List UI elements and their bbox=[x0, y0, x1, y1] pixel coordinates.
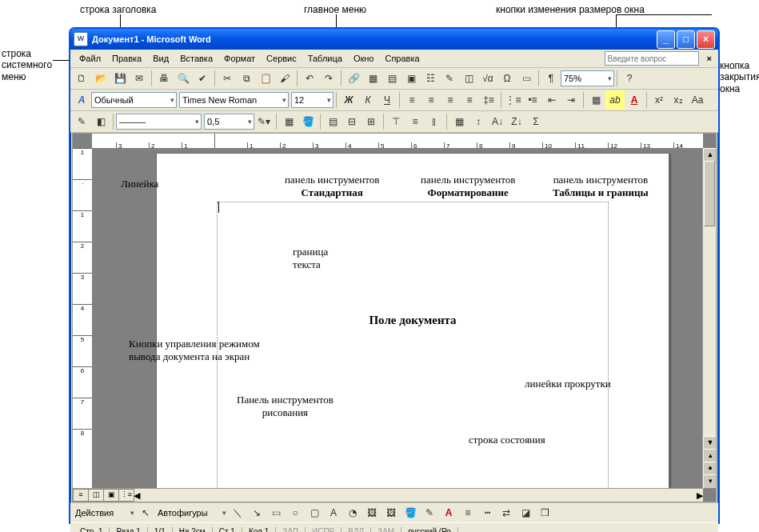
line-color-icon[interactable]: ✎ bbox=[420, 503, 439, 522]
align-left-icon[interactable]: ≡ bbox=[402, 90, 421, 110]
status-trk[interactable]: ИСПР bbox=[306, 527, 342, 533]
undo-icon[interactable]: ↶ bbox=[300, 69, 319, 88]
table-autoformat-icon[interactable]: ▦ bbox=[449, 112, 469, 131]
outside-border-icon[interactable]: ▦ bbox=[279, 112, 298, 131]
hyperlink-icon[interactable]: 🔗 bbox=[344, 69, 363, 88]
select-objects-icon[interactable]: ↖ bbox=[136, 503, 155, 522]
cut-icon[interactable]: ✂ bbox=[218, 69, 237, 88]
autoshapes-menu[interactable]: Автофигуры bbox=[155, 506, 228, 520]
menu-help[interactable]: Справка bbox=[379, 52, 425, 65]
merge-cells-icon[interactable]: ⊟ bbox=[342, 112, 362, 131]
shading-color-icon[interactable]: 🪣 bbox=[298, 112, 318, 131]
web-view-icon[interactable]: ◫ bbox=[88, 489, 104, 502]
change-case-icon[interactable]: Aa bbox=[688, 90, 707, 110]
show-all-icon[interactable]: ¶ bbox=[541, 69, 561, 88]
font-color-icon[interactable]: A bbox=[625, 90, 644, 110]
excel-icon[interactable]: ▣ bbox=[401, 69, 421, 88]
line-icon[interactable]: ＼ bbox=[228, 503, 247, 522]
rectangle-icon[interactable]: ▭ bbox=[266, 503, 286, 522]
menu-format[interactable]: Формат bbox=[218, 52, 261, 65]
format-painter-icon[interactable]: 🖌 bbox=[275, 69, 294, 88]
zoom-combo[interactable]: 75% bbox=[561, 70, 614, 86]
font-size-combo[interactable]: 12 bbox=[291, 92, 334, 108]
styles-pane-icon[interactable]: A bbox=[72, 90, 91, 110]
numbered-list-icon[interactable]: ⋮≡ bbox=[504, 90, 523, 110]
print-icon[interactable]: 🖶 bbox=[154, 69, 174, 88]
highlight-icon[interactable]: ab bbox=[605, 90, 625, 110]
menu-tools[interactable]: Сервис bbox=[261, 52, 302, 65]
draw-actions-menu[interactable]: Действия bbox=[73, 506, 136, 520]
sort-desc-icon[interactable]: Z↓ bbox=[507, 112, 526, 131]
align-top-icon[interactable]: ⊤ bbox=[386, 112, 405, 131]
doc-close-button[interactable]: × bbox=[704, 54, 715, 63]
text-direction-icon[interactable]: ↕ bbox=[469, 112, 488, 131]
fill-color-icon[interactable]: 🪣 bbox=[401, 503, 420, 522]
equation-icon[interactable]: √α bbox=[478, 69, 497, 88]
status-ovr[interactable]: ЗАМ bbox=[371, 527, 401, 533]
menu-file[interactable]: Файл bbox=[74, 52, 106, 65]
hscroll-track[interactable] bbox=[142, 490, 697, 501]
picture-icon[interactable]: 🖼 bbox=[381, 503, 401, 522]
scroll-thumb[interactable] bbox=[704, 161, 715, 226]
textbox-icon[interactable]: ▢ bbox=[305, 503, 324, 522]
paste-icon[interactable]: 📋 bbox=[256, 69, 275, 88]
titlebar[interactable]: W Документ1 - Microsoft Word _ □ × bbox=[70, 29, 718, 50]
align-right-icon[interactable]: ≡ bbox=[441, 90, 460, 110]
status-ext[interactable]: ВДЛ bbox=[342, 527, 371, 533]
justify-icon[interactable]: ≡ bbox=[460, 90, 479, 110]
menu-view[interactable]: Вид bbox=[147, 52, 174, 65]
arrow-icon[interactable]: ↘ bbox=[247, 503, 266, 522]
arrow-style-icon[interactable]: ⇄ bbox=[497, 503, 516, 522]
line-style-icon[interactable]: ≡ bbox=[458, 503, 477, 522]
bold-icon[interactable]: Ж bbox=[339, 90, 358, 110]
subscript-icon[interactable]: x₂ bbox=[669, 90, 688, 110]
distribute-rows-icon[interactable]: ≡ bbox=[405, 112, 425, 131]
line-spacing-icon[interactable]: ‡≡ bbox=[479, 90, 498, 110]
eraser-icon[interactable]: ◧ bbox=[91, 112, 110, 131]
non-printing-icon[interactable]: ▭ bbox=[517, 69, 536, 88]
mail-icon[interactable]: ✉ bbox=[130, 69, 149, 88]
tables-borders-icon[interactable]: ▦ bbox=[363, 69, 382, 88]
vertical-ruler[interactable]: 1·12345678 bbox=[73, 148, 93, 489]
border-color-icon[interactable]: ✎▾ bbox=[254, 112, 274, 131]
draw-table-icon[interactable]: ✎ bbox=[72, 112, 91, 131]
doc-map-icon[interactable]: ◫ bbox=[459, 69, 478, 88]
status-rec[interactable]: ЗАП bbox=[276, 527, 306, 533]
superscript-icon[interactable]: x² bbox=[649, 90, 669, 110]
word-doc-icon[interactable]: W bbox=[74, 32, 88, 46]
page-viewport[interactable]: Поле документа Линейка панель инструмент… bbox=[92, 148, 703, 489]
scroll-left-icon[interactable]: ◀ bbox=[134, 490, 140, 501]
status-lang[interactable]: русский (Ро bbox=[401, 527, 458, 533]
clipart-icon[interactable]: 🖼 bbox=[362, 503, 381, 522]
symbol-icon[interactable]: Ω bbox=[497, 69, 517, 88]
redo-icon[interactable]: ↷ bbox=[319, 69, 338, 88]
open-icon[interactable]: 📂 bbox=[91, 69, 110, 88]
print-layout-icon[interactable]: ▣ bbox=[103, 489, 119, 502]
font-combo[interactable]: Times New Roman bbox=[179, 92, 289, 108]
menu-edit[interactable]: Правка bbox=[106, 52, 147, 65]
browse-next-icon[interactable]: ▾ bbox=[703, 474, 717, 489]
distribute-cols-icon[interactable]: ⫿ bbox=[425, 112, 444, 131]
font-color-icon[interactable]: A bbox=[439, 503, 458, 522]
sort-asc-icon[interactable]: A↓ bbox=[488, 112, 507, 131]
align-center-icon[interactable]: ≡ bbox=[421, 90, 441, 110]
menu-table[interactable]: Таблица bbox=[302, 52, 348, 65]
maximize-button[interactable]: □ bbox=[677, 30, 695, 49]
help-icon[interactable]: ? bbox=[620, 69, 639, 88]
line-style-combo[interactable]: ——— bbox=[116, 114, 202, 130]
document-page[interactable]: Поле документа Линейка панель инструмент… bbox=[156, 153, 669, 489]
scroll-right-icon[interactable]: ▶ bbox=[697, 490, 703, 501]
underline-icon[interactable]: Ч bbox=[378, 90, 397, 110]
split-cells-icon[interactable]: ⊞ bbox=[362, 112, 381, 131]
increase-indent-icon[interactable]: ⇥ bbox=[561, 90, 581, 110]
new-doc-icon[interactable]: 🗋 bbox=[72, 69, 91, 88]
columns-icon[interactable]: ☷ bbox=[421, 69, 440, 88]
borders-icon[interactable]: ▦ bbox=[586, 90, 605, 110]
autosum-icon[interactable]: Σ bbox=[526, 112, 545, 131]
preview-icon[interactable]: 🔍 bbox=[174, 69, 193, 88]
horizontal-ruler[interactable]: 3211234567891011121314151617 bbox=[92, 134, 703, 149]
insert-table-icon[interactable]: ▤ bbox=[323, 112, 342, 131]
decrease-indent-icon[interactable]: ⇤ bbox=[542, 90, 561, 110]
spellcheck-icon[interactable]: ✔ bbox=[193, 69, 212, 88]
vertical-scrollbar[interactable]: ▲ ▼ ▴ ● ▾ bbox=[702, 148, 716, 489]
